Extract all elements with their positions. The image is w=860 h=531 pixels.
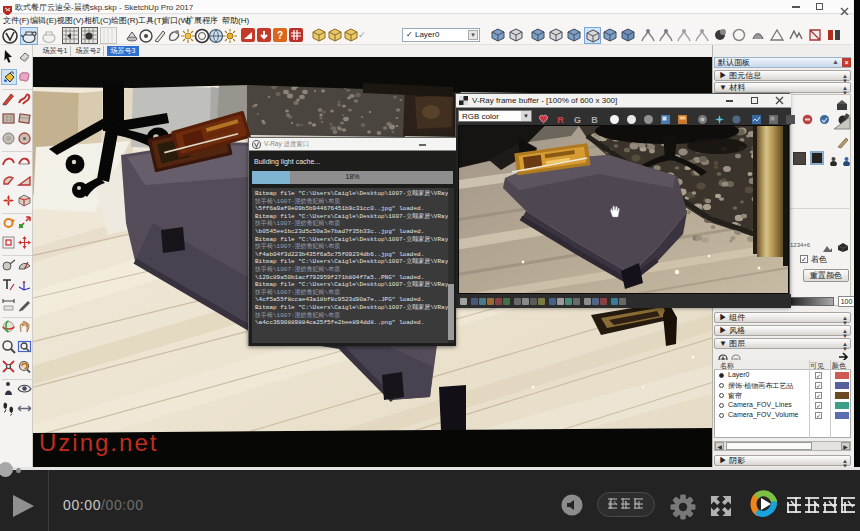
svg-text:B: B [591,115,598,125]
svg-text:G: G [574,115,581,125]
svg-text:?: ? [277,30,283,41]
svg-text:R: R [557,115,564,125]
